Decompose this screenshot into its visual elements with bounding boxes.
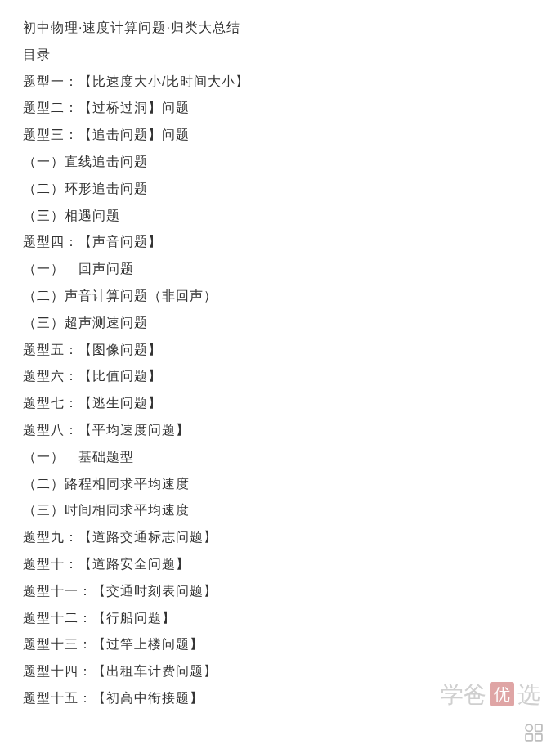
- toc-line: 题型十五：【初高中衔接题】: [23, 685, 537, 712]
- toc-line: 题型六：【比值问题】: [23, 363, 537, 390]
- toc-line: （三）相遇问题: [23, 203, 537, 230]
- toc-line: （一） 回声问题: [23, 256, 537, 283]
- toc-line: （三）时间相同求平均速度: [23, 497, 537, 524]
- toc-line: （一）直线追击问题: [23, 149, 537, 176]
- grid-icon: [522, 721, 545, 744]
- toc-line: 题型十：【道路安全问题】: [23, 551, 537, 578]
- document-title: 初中物理·速度计算问题·归类大总结: [23, 15, 537, 42]
- toc-line: 题型三：【追击问题】问题: [23, 122, 537, 149]
- toc-line: 题型七：【逃生问题】: [23, 390, 537, 417]
- toc-line: 题型十四：【出租车计费问题】: [23, 658, 537, 685]
- toc-heading: 目录: [23, 42, 537, 69]
- svg-rect-3: [535, 734, 542, 741]
- toc-line: （二）路程相同求平均速度: [23, 471, 537, 498]
- toc-line: （二）环形追击问题: [23, 176, 537, 203]
- toc-line: 题型十三：【过竿上楼问题】: [23, 631, 537, 658]
- toc-line: 题型十一：【交通时刻表问题】: [23, 578, 537, 605]
- svg-point-0: [526, 724, 532, 731]
- toc-line: （二）声音计算问题（非回声）: [23, 283, 537, 310]
- toc-line: 题型四：【声音问题】: [23, 229, 537, 256]
- svg-rect-1: [535, 724, 542, 731]
- toc-line: 题型二：【过桥过洞】问题: [23, 95, 537, 122]
- toc-line: 题型九：【道路交通标志问题】: [23, 524, 537, 551]
- toc-line: 题型五：【图像问题】: [23, 337, 537, 364]
- toc-line: （三）超声测速问题: [23, 310, 537, 337]
- toc-line: 题型八：【平均速度问题】: [23, 417, 537, 444]
- toc-line: 题型一：【比速度大小/比时间大小】: [23, 69, 537, 96]
- toc-line: （一） 基础题型: [23, 444, 537, 471]
- svg-rect-2: [526, 734, 532, 741]
- toc-line: 题型十二：【行船问题】: [23, 605, 537, 632]
